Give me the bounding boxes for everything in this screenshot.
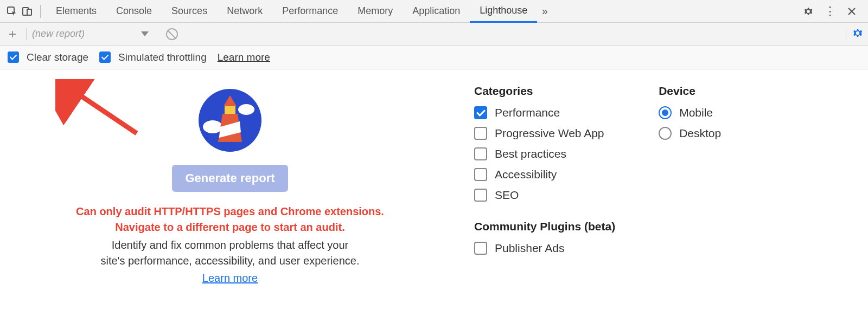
- report-selector[interactable]: (new report): [32, 28, 159, 40]
- categories-heading: Categories: [474, 85, 615, 98]
- divider: [26, 28, 27, 40]
- clear-storage-label: Clear storage: [27, 51, 88, 63]
- devtools-tabs-bar: Elements Console Sources Network Perform…: [0, 0, 868, 23]
- plugin-publisher-ads[interactable]: Publisher Ads: [474, 242, 615, 255]
- svg-line-4: [71, 89, 137, 133]
- close-icon[interactable]: [843, 3, 860, 20]
- svg-point-6: [203, 120, 222, 133]
- kebab-menu-icon[interactable]: ⋮: [821, 3, 839, 20]
- device-label: Desktop: [679, 127, 721, 140]
- clear-storage-checkbox[interactable]: [8, 51, 19, 63]
- chevron-down-icon: [141, 31, 149, 36]
- annotation-arrow-icon: [55, 79, 148, 144]
- svg-rect-2: [27, 9, 31, 15]
- audit-warning-line1: Can only audit HTTP/HTTPS pages and Chro…: [76, 204, 384, 220]
- audit-description-line2: site's performance, accessibility, and u…: [100, 253, 359, 269]
- lighthouse-settings-gear-icon[interactable]: [852, 27, 864, 41]
- categories-column: Categories Performance Progressive Web A…: [474, 85, 615, 285]
- divider: [40, 5, 41, 18]
- device-toolbar-icon[interactable]: [20, 4, 35, 19]
- audit-description-text: Identify and fix common problems that af…: [100, 237, 359, 269]
- plugins-heading: Community Plugins (beta): [474, 220, 615, 233]
- device-column: Device Mobile Desktop: [659, 85, 721, 285]
- category-seo-checkbox[interactable]: [474, 189, 487, 202]
- category-pwa[interactable]: Progressive Web App: [474, 127, 615, 140]
- device-mobile[interactable]: Mobile: [659, 106, 721, 119]
- inspect-element-icon[interactable]: [4, 4, 20, 19]
- category-pwa-checkbox[interactable]: [474, 127, 487, 140]
- tab-memory[interactable]: Memory: [348, 0, 403, 23]
- category-performance-checkbox[interactable]: [474, 106, 487, 119]
- tab-application[interactable]: Application: [403, 0, 470, 23]
- audit-warning-line2: Navigate to a different page to start an…: [76, 220, 384, 235]
- new-report-button[interactable]: +: [4, 27, 21, 42]
- gear-icon[interactable]: [800, 3, 817, 20]
- more-tabs-icon[interactable]: »: [537, 4, 552, 19]
- category-best-practices[interactable]: Best practices: [474, 147, 615, 160]
- audit-warning-text: Can only audit HTTP/HTTPS pages and Chro…: [76, 204, 384, 235]
- svg-rect-9: [225, 106, 235, 114]
- divider: [846, 28, 846, 40]
- lighthouse-settings-row: Clear storage Simulated throttling Learn…: [0, 46, 868, 69]
- simulated-throttling-label: Simulated throttling: [118, 51, 207, 63]
- category-seo[interactable]: SEO: [474, 189, 615, 202]
- simulated-throttling-option[interactable]: Simulated throttling: [99, 51, 207, 63]
- tab-sources[interactable]: Sources: [162, 0, 217, 23]
- plugin-label: Publisher Ads: [495, 242, 564, 255]
- device-heading: Device: [659, 85, 721, 98]
- lighthouse-logo-icon: [197, 88, 263, 153]
- category-accessibility[interactable]: Accessibility: [474, 168, 615, 181]
- category-performance[interactable]: Performance: [474, 106, 615, 119]
- lighthouse-intro: Generate report Can only audit HTTP/HTTP…: [18, 82, 442, 285]
- device-label: Mobile: [679, 106, 713, 119]
- svg-point-7: [238, 104, 254, 115]
- report-selector-label: (new report): [32, 28, 85, 40]
- tab-console[interactable]: Console: [106, 0, 162, 23]
- audit-description-line1: Identify and fix common problems that af…: [100, 237, 359, 253]
- generate-report-button[interactable]: Generate report: [172, 165, 288, 192]
- category-label: SEO: [495, 189, 519, 202]
- plugin-publisher-ads-checkbox[interactable]: [474, 242, 487, 255]
- lighthouse-main: Generate report Can only audit HTTP/HTTP…: [0, 69, 868, 285]
- category-label: Performance: [495, 106, 560, 119]
- tab-lighthouse[interactable]: Lighthouse: [470, 0, 537, 23]
- category-accessibility-checkbox[interactable]: [474, 168, 487, 181]
- lighthouse-toolbar: + (new report): [0, 23, 868, 46]
- tab-performance[interactable]: Performance: [272, 0, 348, 23]
- tab-network[interactable]: Network: [217, 0, 272, 23]
- clear-storage-option[interactable]: Clear storage: [8, 51, 88, 63]
- settings-learn-more-link[interactable]: Learn more: [218, 51, 270, 63]
- tab-elements[interactable]: Elements: [46, 0, 106, 23]
- device-desktop[interactable]: Desktop: [659, 127, 721, 140]
- clear-icon[interactable]: [166, 28, 178, 40]
- category-label: Progressive Web App: [495, 127, 604, 140]
- category-label: Accessibility: [495, 168, 557, 181]
- category-label: Best practices: [495, 147, 566, 160]
- lighthouse-options: Categories Performance Progressive Web A…: [474, 82, 850, 285]
- intro-learn-more-link[interactable]: Learn more: [202, 272, 258, 285]
- simulated-throttling-checkbox[interactable]: [99, 51, 111, 63]
- device-desktop-radio[interactable]: [659, 127, 672, 140]
- device-mobile-radio[interactable]: [659, 106, 672, 119]
- category-best-practices-checkbox[interactable]: [474, 147, 487, 160]
